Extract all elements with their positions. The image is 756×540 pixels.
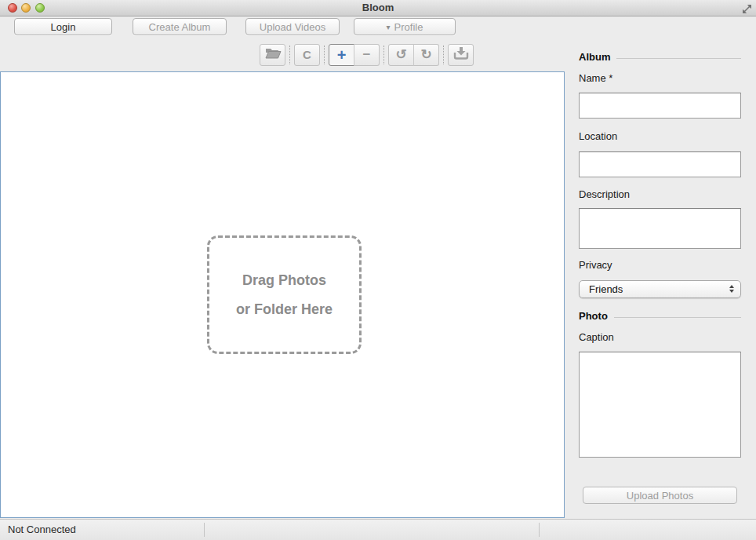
drag-drop-zone[interactable]: Drag Photos or Folder Here <box>207 235 362 354</box>
upload-videos-button-label: Upload Videos <box>260 21 325 33</box>
upload-photos-button-label: Upload Photos <box>627 490 693 502</box>
add-remove-group: + − <box>329 44 380 66</box>
create-album-button[interactable]: Create Album <box>133 18 227 35</box>
photo-section-header: Photo <box>579 310 741 322</box>
description-field[interactable] <box>579 208 741 249</box>
rotate-right-button[interactable]: ↻ <box>413 44 439 66</box>
icon-toolbar: C + − ↺ ↻ <box>260 43 474 66</box>
toolbar-separator <box>383 46 384 64</box>
rotate-left-button[interactable]: ↺ <box>388 44 414 66</box>
login-button-label: Login <box>51 21 76 33</box>
dropzone-text-line1: Drag Photos <box>242 272 326 289</box>
title-bar: Bloom <box>0 0 756 16</box>
refresh-button[interactable]: C <box>294 44 320 66</box>
privacy-selected-value: Friends <box>589 283 623 295</box>
rotate-right-icon: ↻ <box>420 48 431 61</box>
toolbar-separator <box>289 46 290 64</box>
remove-photos-button[interactable]: − <box>354 44 380 66</box>
remove-icon: − <box>363 48 371 61</box>
upload-photos-button[interactable]: Upload Photos <box>583 487 737 504</box>
import-tray-icon <box>453 46 469 63</box>
photo-section-title: Photo <box>579 310 608 322</box>
open-folder-button[interactable] <box>260 44 285 66</box>
album-section-title: Album <box>579 51 610 63</box>
create-album-button-label: Create Album <box>149 21 211 33</box>
name-field[interactable] <box>579 93 741 119</box>
import-tray-button[interactable] <box>448 44 474 66</box>
description-label: Description <box>579 188 630 200</box>
photo-canvas: Drag Photos or Folder Here <box>0 71 565 518</box>
status-bar: Not Connected <box>0 519 756 540</box>
app-window: Bloom Login Create Album Upload Videos ▾… <box>0 0 756 540</box>
location-field[interactable] <box>579 151 741 177</box>
caption-field[interactable] <box>579 352 741 458</box>
privacy-select[interactable]: Friends <box>579 280 741 298</box>
profile-button-label: Profile <box>394 21 423 33</box>
toolbar-separator <box>443 46 444 64</box>
window-title: Bloom <box>0 0 756 16</box>
section-divider <box>616 58 741 59</box>
location-label: Location <box>579 130 617 142</box>
dropdown-arrow-icon: ▾ <box>387 23 391 31</box>
popup-arrows-icon <box>729 285 734 293</box>
login-button[interactable]: Login <box>14 18 112 35</box>
dropzone-text-line2: or Folder Here <box>236 301 333 318</box>
rotate-group: ↺ ↻ <box>388 44 439 66</box>
connection-status: Not Connected <box>8 520 76 540</box>
section-divider <box>614 317 741 318</box>
privacy-label: Privacy <box>579 259 612 271</box>
upload-videos-button[interactable]: Upload Videos <box>245 18 340 35</box>
album-section-header: Album <box>579 51 741 63</box>
refresh-icon: C <box>303 49 311 60</box>
statusbar-separator <box>204 523 205 537</box>
statusbar-separator <box>539 523 540 537</box>
profile-button[interactable]: ▾ Profile <box>354 18 456 35</box>
fullscreen-icon[interactable] <box>742 3 752 13</box>
add-photos-button[interactable]: + <box>329 44 354 66</box>
rotate-left-icon: ↺ <box>395 48 406 61</box>
toolbar-separator <box>324 46 325 64</box>
name-label: Name * <box>579 72 612 84</box>
add-icon: + <box>337 47 347 63</box>
caption-label: Caption <box>579 331 614 343</box>
open-folder-icon <box>264 46 282 63</box>
